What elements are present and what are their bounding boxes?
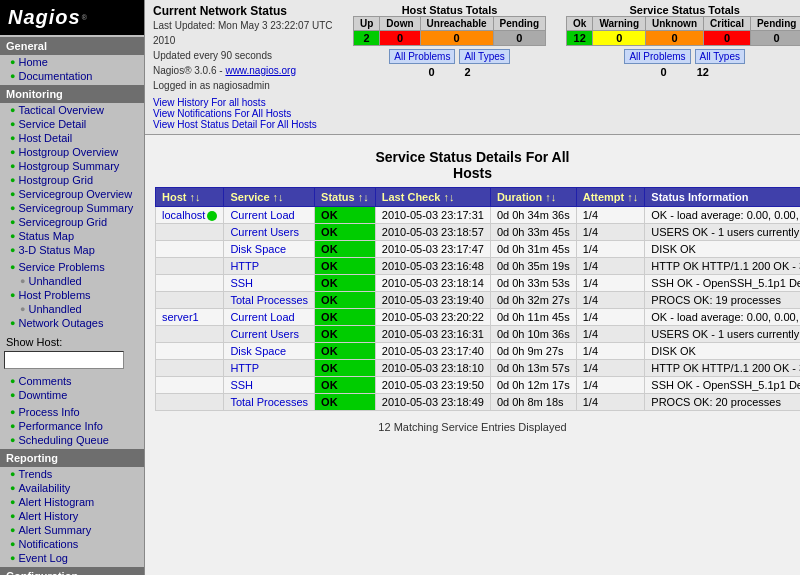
alert-history-link[interactable]: Alert History — [18, 510, 78, 522]
sidebar-item-host-problems[interactable]: ● Host Problems — [0, 288, 144, 302]
service-link[interactable]: Disk Space — [230, 345, 286, 357]
unhandled-svc-link[interactable]: Unhandled — [28, 275, 81, 287]
sidebar-item-performance-info[interactable]: ● Performance Info — [0, 419, 144, 433]
network-outages-link[interactable]: Network Outages — [18, 317, 103, 329]
host-all-problems-btn[interactable]: All Problems — [389, 49, 455, 64]
service-detail-link[interactable]: Service Detail — [18, 118, 86, 130]
sidebar-item-documentation[interactable]: ● Documentation — [0, 69, 144, 83]
attempt-sort-link[interactable]: Attempt ↑↓ — [583, 191, 639, 203]
sidebar-item-process-info[interactable]: ● Process Info — [0, 405, 144, 419]
sidebar-item-network-outages[interactable]: ● Network Outages — [0, 316, 144, 330]
sidebar-item-alert-histogram[interactable]: ● Alert Histogram — [0, 495, 144, 509]
sidebar-item-alert-history[interactable]: ● Alert History — [0, 509, 144, 523]
sidebar-item-alert-summary[interactable]: ● Alert Summary — [0, 523, 144, 537]
svc-pending-val[interactable]: 0 — [750, 31, 800, 46]
sidebar-item-trends[interactable]: ● Trends — [0, 467, 144, 481]
nagios-url[interactable]: www.nagios.org — [225, 65, 296, 76]
service-link[interactable]: HTTP — [230, 260, 259, 272]
3d-status-map-link[interactable]: 3-D Status Map — [18, 244, 94, 256]
sidebar-item-servicegroup-grid[interactable]: ● Servicegroup Grid — [0, 215, 144, 229]
alert-histogram-link[interactable]: Alert Histogram — [18, 496, 94, 508]
sidebar-item-unhandled-host[interactable]: ● Unhandled — [0, 302, 144, 316]
sidebar-item-hostgroup-summary[interactable]: ● Hostgroup Summary — [0, 159, 144, 173]
host-pending-val[interactable]: 0 — [493, 31, 545, 46]
sidebar-item-scheduling-queue[interactable]: ● Scheduling Queue — [0, 433, 144, 447]
trends-link[interactable]: Trends — [18, 468, 52, 480]
cns-links: View History For all hosts View Notifica… — [153, 97, 343, 130]
service-link[interactable]: Current Load — [230, 311, 294, 323]
service-link[interactable]: Disk Space — [230, 243, 286, 255]
host-status-detail-link[interactable]: View Host Status Detail For All Hosts — [153, 119, 343, 130]
servicegroup-overview-link[interactable]: Servicegroup Overview — [18, 188, 132, 200]
host-sort-link[interactable]: Host ↑↓ — [162, 191, 201, 203]
host-link[interactable]: server1 — [162, 311, 199, 323]
tactical-overview-link[interactable]: Tactical Overview — [18, 104, 104, 116]
host-unreachable-val[interactable]: 0 — [420, 31, 493, 46]
sidebar-item-service-detail[interactable]: ● Service Detail — [0, 117, 144, 131]
service-link[interactable]: Current Load — [230, 209, 294, 221]
host-detail-link[interactable]: Host Detail — [18, 132, 72, 144]
alert-summary-link[interactable]: Alert Summary — [18, 524, 91, 536]
unhandled-host-link[interactable]: Unhandled — [28, 303, 81, 315]
hostgroup-grid-link[interactable]: Hostgroup Grid — [18, 174, 93, 186]
svc-all-types-btn[interactable]: All Types — [695, 49, 745, 64]
process-info-link[interactable]: Process Info — [18, 406, 79, 418]
hostgroup-summary-link[interactable]: Hostgroup Summary — [18, 160, 119, 172]
host-link[interactable]: localhost — [162, 209, 205, 221]
sidebar-item-hostgroup-overview[interactable]: ● Hostgroup Overview — [0, 145, 144, 159]
comments-link[interactable]: Comments — [18, 375, 71, 387]
notifications-link[interactable]: Notifications — [18, 538, 78, 550]
sidebar-item-unhandled-svc[interactable]: ● Unhandled — [0, 274, 144, 288]
host-up-val[interactable]: 2 — [354, 31, 380, 46]
host-all-types-btn[interactable]: All Types — [459, 49, 509, 64]
sidebar-item-comments[interactable]: ● Comments — [0, 374, 144, 388]
sidebar-item-servicegroup-overview[interactable]: ● Servicegroup Overview — [0, 187, 144, 201]
show-host-input[interactable] — [4, 351, 124, 369]
sidebar-item-notifications[interactable]: ● Notifications — [0, 537, 144, 551]
service-sort-link[interactable]: Service ↑↓ — [230, 191, 283, 203]
svc-ok-val[interactable]: 12 — [567, 31, 593, 46]
status-sort-link[interactable]: Status ↑↓ — [321, 191, 369, 203]
sidebar-item-hostgroup-grid[interactable]: ● Hostgroup Grid — [0, 173, 144, 187]
svc-critical-val[interactable]: 0 — [704, 31, 751, 46]
downtime-link[interactable]: Downtime — [18, 389, 67, 401]
status-map-link[interactable]: Status Map — [18, 230, 74, 242]
sidebar-item-status-map[interactable]: ● Status Map — [0, 229, 144, 243]
notifications-all-link[interactable]: View Notifications For All Hosts — [153, 108, 343, 119]
hostgroup-overview-link[interactable]: Hostgroup Overview — [18, 146, 118, 158]
history-all-link[interactable]: View History For all hosts — [153, 97, 343, 108]
svc-unknown-val[interactable]: 0 — [646, 31, 704, 46]
lastcheck-sort-link[interactable]: Last Check ↑↓ — [382, 191, 455, 203]
service-link[interactable]: Current Users — [230, 328, 298, 340]
sidebar-item-downtime[interactable]: ● Downtime — [0, 388, 144, 402]
service-link[interactable]: Current Users — [230, 226, 298, 238]
servicegroup-grid-link[interactable]: Servicegroup Grid — [18, 216, 107, 228]
service-link[interactable]: HTTP — [230, 362, 259, 374]
servicegroup-summary-link[interactable]: Servicegroup Summary — [18, 202, 133, 214]
service-cell: Disk Space — [224, 343, 315, 360]
svc-all-problems-btn[interactable]: All Problems — [624, 49, 690, 64]
sidebar-item-tactical-overview[interactable]: ● Tactical Overview — [0, 103, 144, 117]
sidebar-item-servicegroup-summary[interactable]: ● Servicegroup Summary — [0, 201, 144, 215]
event-log-link[interactable]: Event Log — [18, 552, 68, 564]
documentation-link[interactable]: Documentation — [18, 70, 92, 82]
service-link[interactable]: SSH — [230, 277, 253, 289]
service-link[interactable]: SSH — [230, 379, 253, 391]
sidebar-item-3d-status-map[interactable]: ● 3-D Status Map — [0, 243, 144, 257]
service-link[interactable]: Total Processes — [230, 294, 308, 306]
duration-sort-link[interactable]: Duration ↑↓ — [497, 191, 556, 203]
performance-info-link[interactable]: Performance Info — [18, 420, 102, 432]
sidebar-item-host-detail[interactable]: ● Host Detail — [0, 131, 144, 145]
sidebar-item-availability[interactable]: ● Availability — [0, 481, 144, 495]
service-link[interactable]: Total Processes — [230, 396, 308, 408]
service-problems-link[interactable]: Service Problems — [18, 261, 104, 273]
availability-link[interactable]: Availability — [18, 482, 70, 494]
sidebar-item-home[interactable]: ● Home — [0, 55, 144, 69]
host-problems-link[interactable]: Host Problems — [18, 289, 90, 301]
sidebar-item-service-problems[interactable]: ● Service Problems — [0, 260, 144, 274]
sidebar-item-event-log[interactable]: ● Event Log — [0, 551, 144, 565]
home-link[interactable]: Home — [18, 56, 47, 68]
host-down-val[interactable]: 0 — [380, 31, 420, 46]
svc-warning-val[interactable]: 0 — [593, 31, 646, 46]
scheduling-queue-link[interactable]: Scheduling Queue — [18, 434, 109, 446]
